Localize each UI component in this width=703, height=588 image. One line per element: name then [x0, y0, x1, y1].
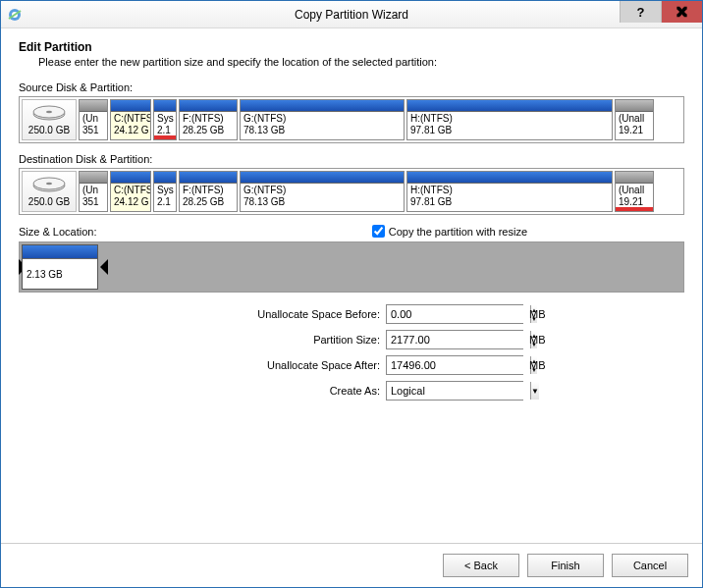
unit-label: MB	[529, 308, 559, 320]
help-button[interactable]: ?	[620, 1, 661, 23]
partition-block[interactable]: (Un351	[79, 99, 108, 140]
back-button[interactable]: < Back	[443, 554, 519, 577]
partition-size-input[interactable]: ▲▼	[386, 330, 523, 349]
create-as-select[interactable]: ▼	[386, 381, 523, 401]
partition-block[interactable]: H:(NTFS)97.81 GB	[406, 171, 613, 212]
create-as-label: Create As:	[144, 385, 380, 397]
titlebar: Copy Partition Wizard ? 🗙	[1, 1, 702, 28]
resize-partition-block[interactable]: 2.13 GB	[22, 244, 98, 290]
resize-slider[interactable]: 2.13 GB	[19, 241, 684, 293]
copy-resize-checkbox[interactable]: Copy the partition with resize	[372, 225, 527, 238]
page-heading: Edit Partition	[19, 40, 684, 54]
resize-size-label: 2.13 GB	[23, 259, 97, 289]
unalloc-after-label: Unallocate Space After:	[144, 359, 380, 371]
partition-block[interactable]: F:(NTFS)28.25 GB	[179, 99, 238, 140]
partition-block[interactable]: Sys2.1	[153, 171, 177, 212]
unalloc-before-label: Unallocate Space Before:	[144, 308, 380, 320]
window-title: Copy Partition Wizard	[1, 8, 702, 22]
page-subtext: Please enter the new partition size and …	[38, 56, 684, 68]
close-button[interactable]: 🗙	[661, 1, 702, 23]
source-disk-row: 250.0 GB(Un351C:(NTFS24.12 GSys2.1F:(NTF…	[19, 96, 684, 143]
dest-disk-row: 250.0 GB(Un351C:(NTFS24.12 GSys2.1F:(NTF…	[19, 168, 684, 215]
disk-icon: 250.0 GB	[22, 99, 77, 140]
finish-button[interactable]: Finish	[527, 554, 604, 577]
partition-block[interactable]: H:(NTFS)97.81 GB	[406, 99, 613, 140]
footer: < Back Finish Cancel	[1, 543, 702, 587]
partition-block[interactable]: G:(NTFS)78.13 GB	[240, 99, 405, 140]
partition-size-label: Partition Size:	[144, 334, 380, 346]
unalloc-before-input[interactable]: ▲▼	[386, 304, 523, 324]
svg-point-4	[46, 111, 52, 113]
unit-label: MB	[529, 359, 559, 371]
partition-block[interactable]: C:(NTFS24.12 G	[110, 99, 151, 140]
cancel-button[interactable]: Cancel	[612, 554, 688, 577]
partition-block[interactable]: (Unall19.21	[615, 171, 654, 212]
size-location-label: Size & Location:	[19, 226, 97, 238]
partition-block[interactable]: C:(NTFS24.12 G	[110, 171, 151, 212]
disk-icon: 250.0 GB	[22, 171, 77, 212]
svg-point-7	[46, 183, 52, 185]
copy-resize-input[interactable]	[372, 225, 385, 238]
dest-label: Destination Disk & Partition:	[19, 153, 684, 165]
wizard-window: Copy Partition Wizard ? 🗙 Edit Partition…	[0, 0, 703, 588]
chevron-down-icon[interactable]: ▼	[530, 382, 539, 400]
partition-block[interactable]: (Un351	[79, 171, 108, 212]
copy-resize-label: Copy the partition with resize	[389, 226, 527, 238]
partition-block[interactable]: F:(NTFS)28.25 GB	[179, 171, 238, 212]
unit-label: MB	[529, 334, 559, 346]
partition-block[interactable]: (Unall19.21	[615, 99, 654, 140]
resize-handle-right[interactable]	[100, 259, 108, 275]
partition-block[interactable]: Sys2.1	[153, 99, 177, 140]
source-label: Source Disk & Partition:	[19, 81, 684, 93]
partition-block[interactable]: G:(NTFS)78.13 GB	[240, 171, 405, 212]
unalloc-after-input[interactable]: ▲▼	[386, 355, 523, 375]
